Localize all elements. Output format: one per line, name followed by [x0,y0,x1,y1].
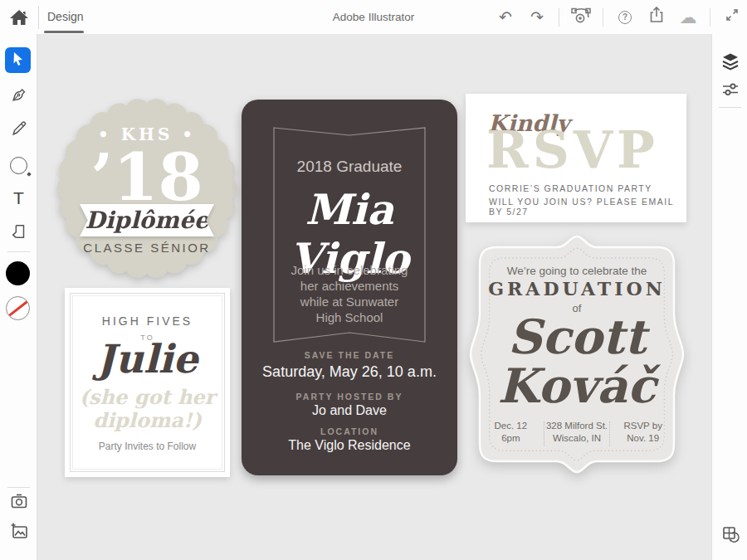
share-icon [647,6,666,28]
share-button[interactable] [647,7,666,27]
vector-preview-icon [570,6,592,28]
mia-body-text: Join us in celebrating her achievements … [242,262,457,325]
artboard-canvas[interactable]: • KHS • ’18 Diplômée CLASSE SÉNIOR HIGH … [37,34,712,560]
help-icon: ? [618,11,632,24]
mia-invite-card[interactable]: 2018 Graduate Mia Viglo Join us in celeb… [242,100,457,475]
mia-save-date-label: SAVE THE DATE [242,350,457,360]
badge-class-text: CLASSE SÉNIOR [58,241,236,255]
fullscreen-button[interactable] [722,7,742,27]
expand-icon [725,7,740,27]
mia-eyebrow: 2018 Graduate [242,158,457,176]
rsvp-title: RSVP [486,120,659,179]
julie-name: Julie [65,336,230,382]
pencil-icon [10,119,28,141]
undo-button[interactable]: ↶ [496,7,515,27]
camera-tool[interactable] [0,489,37,517]
topbar-actions: ↶ ↷ ? [496,0,742,34]
artboard-icon [10,222,28,244]
pen-icon [10,85,28,107]
badge-ribbon-text: Diplômée [85,207,208,234]
scott-intro-text: We’re going to celebrate the [463,265,691,277]
tab-active-underline [44,31,84,33]
tools-panel: T [0,34,37,560]
rsvp-line2: WILL YOU JOIN US? PLEASE EMAIL BY 5/27 [489,197,686,217]
mia-save-date-value: Saturday, May 26, 10 a.m. [242,363,457,381]
artboard-tool[interactable] [0,219,37,247]
layers-icon [720,51,740,75]
stroke-none-swatch[interactable] [6,296,30,320]
scott-last-name: Kováč [463,358,691,413]
cloud-sync-button[interactable]: ☁ [678,7,698,27]
panels-sidebar [711,34,747,560]
redo-icon: ↷ [530,9,544,25]
text-tool[interactable]: T [0,184,37,212]
julie-subtitle: (she got her diploma!) [65,386,230,432]
scott-graduation-text: GRADUATION [463,278,691,299]
mia-hosted-value: Jo and Dave [242,403,457,418]
scott-rsvp-col: RSVP byNov. 19 [610,420,676,446]
ellipse-tool[interactable] [0,151,37,179]
sidebar-divider [719,107,741,108]
top-bar: Design Adobe Illustrator ↶ ↷ [0,0,747,34]
preview-mode-button[interactable] [571,7,591,27]
julie-invite-card[interactable]: HIGH FIVES TO Julie (she got her diploma… [65,288,230,477]
toolbar-divider [7,487,30,488]
undo-icon: ↶ [499,9,512,25]
toolbar-divider [7,251,30,252]
julie-heading: HIGH FIVES [65,314,230,328]
ellipse-icon [10,157,27,174]
import-image-tool[interactable] [0,519,37,547]
scott-address-col: 328 Milford St.Wiscalo, IN [544,420,610,446]
scott-first-name: Scott [463,309,691,364]
help-button[interactable]: ? [615,7,635,27]
rsvp-card[interactable]: Kindly RSVP CORRIE’S GRADUATION PARTY WI… [466,94,686,222]
mia-location-value: The Viglo Residence [242,438,457,453]
rsvp-line1: CORRIE’S GRADUATION PARTY [489,183,652,193]
layers-panel-button[interactable] [712,49,747,77]
illustrator-app: Design Adobe Illustrator ↶ ↷ [0,0,747,560]
redo-button[interactable]: ↷ [527,7,547,27]
camera-icon [9,491,29,514]
text-tool-icon: T [13,188,24,208]
properties-panel-button[interactable] [712,77,747,105]
sliders-icon [720,80,740,103]
grid-transform-icon [720,524,740,548]
cloud-icon: ☁ [680,7,697,27]
topbar-divider [603,8,603,27]
scott-invite-card[interactable]: We’re going to celebrate the GRADUATION … [463,230,691,479]
pencil-tool[interactable] [0,116,37,144]
fill-color-swatch[interactable] [6,261,30,285]
mia-hosted-label: PARTY HOSTED BY [242,392,457,402]
mia-location-label: LOCATION [242,426,457,436]
topbar-divider [710,8,710,27]
topbar-divider [559,8,559,27]
julie-footer: Party Invites to Follow [65,441,230,452]
scott-details-row: Dec. 126pm 328 Milford St.Wiscalo, IN RS… [478,420,676,446]
pen-tool[interactable] [0,82,37,110]
selection-cursor-icon [12,51,25,70]
scott-date-col: Dec. 126pm [478,420,544,446]
selection-tool[interactable] [5,47,31,73]
grid-settings-button[interactable] [712,522,747,550]
add-image-icon [9,521,29,544]
khs-badge-card[interactable]: • KHS • ’18 Diplômée CLASSE SÉNIOR [58,100,236,277]
